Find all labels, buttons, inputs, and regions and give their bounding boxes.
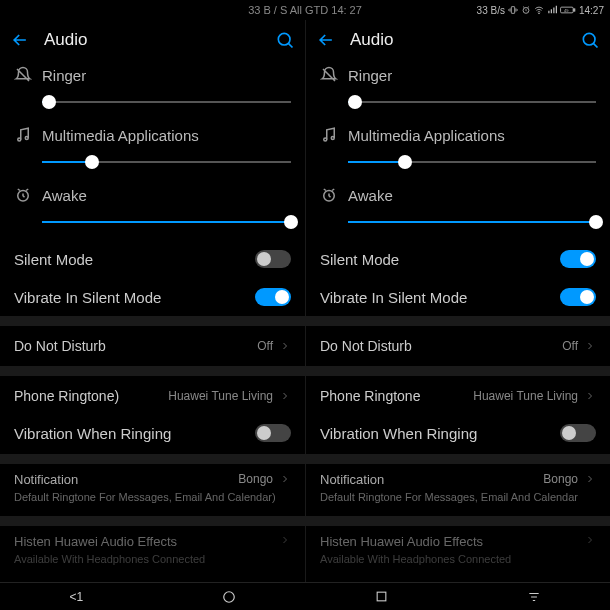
notification-value: Bongo xyxy=(238,472,273,486)
svg-point-2 xyxy=(539,13,540,14)
chevron-right-icon xyxy=(584,534,596,546)
notification-row[interactable]: Bongo Notification Default Ringtone For … xyxy=(0,464,305,516)
nav-back-button[interactable]: <1 xyxy=(67,588,85,606)
chevron-right-icon xyxy=(279,340,291,352)
svg-rect-15 xyxy=(377,592,386,601)
separator xyxy=(306,516,610,526)
separator xyxy=(0,454,305,464)
ringer-slider-row: Ringer xyxy=(306,60,610,120)
svg-text:49: 49 xyxy=(564,8,569,13)
vibrate-icon xyxy=(508,5,518,15)
ringer-slider[interactable] xyxy=(42,94,291,110)
nav-home-button[interactable] xyxy=(220,588,238,606)
dnd-row[interactable]: Do Not Disturb Off xyxy=(0,326,305,366)
page-title: Audio xyxy=(350,30,580,50)
awake-slider[interactable] xyxy=(42,214,291,230)
panel-right: Audio Ringer Multimedia Applications xyxy=(305,20,610,582)
notification-desc: Default Ringtone For Messages, Email And… xyxy=(320,490,596,504)
alarm-clock-icon xyxy=(14,186,32,204)
vibrate-ringing-toggle[interactable] xyxy=(560,424,596,442)
audio-effects-row[interactable]: Histen Huawei Audio Effects Available Wi… xyxy=(306,526,610,578)
awake-slider[interactable] xyxy=(348,214,596,230)
svg-point-6 xyxy=(278,33,290,45)
ringtone-value: Huawei Tune Living xyxy=(473,389,578,403)
silent-mode-label: Silent Mode xyxy=(14,251,255,268)
ringer-slider-row: Ringer xyxy=(0,60,305,120)
multimedia-slider[interactable] xyxy=(348,154,596,170)
svg-point-11 xyxy=(324,138,327,141)
ringtone-label: Phone Ringtone xyxy=(320,388,473,404)
back-arrow-icon[interactable] xyxy=(10,30,30,50)
music-note-icon xyxy=(320,126,338,144)
multimedia-slider[interactable] xyxy=(42,154,291,170)
ringtone-row[interactable]: Phone Ringtone Huawei Tune Living xyxy=(306,376,610,416)
search-icon[interactable] xyxy=(580,30,600,50)
awake-label: Awake xyxy=(42,187,87,204)
alarm-clock-icon xyxy=(320,186,338,204)
battery-icon: 49 xyxy=(560,5,576,15)
back-arrow-icon[interactable] xyxy=(316,30,336,50)
separator xyxy=(0,316,305,326)
svg-rect-4 xyxy=(574,9,575,11)
vibrate-ringing-label: Vibration When Ringing xyxy=(14,425,255,442)
separator xyxy=(306,366,610,376)
dnd-value: Off xyxy=(562,339,578,353)
vibrate-ringing-row[interactable]: Vibration When Ringing xyxy=(0,416,305,454)
ringer-slider[interactable] xyxy=(348,94,596,110)
bell-off-icon xyxy=(14,66,32,84)
ringtone-value: Huawei Tune Living xyxy=(168,389,273,403)
multimedia-slider-row: Multimedia Applications xyxy=(0,120,305,180)
chevron-right-icon xyxy=(584,473,596,485)
silent-mode-row[interactable]: Silent Mode xyxy=(0,240,305,278)
chevron-right-icon xyxy=(279,390,291,402)
status-bar: 33 B / S All GTD 14: 27 33 B/s 49 14:27 xyxy=(0,0,610,20)
bell-off-icon xyxy=(320,66,338,84)
multimedia-label: Multimedia Applications xyxy=(348,127,505,144)
silent-mode-toggle[interactable] xyxy=(255,250,291,268)
silent-mode-row[interactable]: Silent Mode xyxy=(306,240,610,278)
page-title: Audio xyxy=(44,30,275,50)
vibrate-silent-toggle[interactable] xyxy=(560,288,596,306)
vibrate-silent-row[interactable]: Vibrate In Silent Mode xyxy=(0,278,305,316)
separator xyxy=(306,454,610,464)
separator xyxy=(0,366,305,376)
multimedia-slider-row: Multimedia Applications xyxy=(306,120,610,180)
dnd-label: Do Not Disturb xyxy=(14,338,257,354)
music-note-icon xyxy=(14,126,32,144)
vibrate-silent-row[interactable]: Vibrate In Silent Mode xyxy=(306,278,610,316)
silent-mode-label: Silent Mode xyxy=(320,251,560,268)
ringer-label: Ringer xyxy=(42,67,86,84)
svg-point-8 xyxy=(25,137,28,140)
nav-notification-button[interactable] xyxy=(525,588,543,606)
status-center-text: 33 B / S All GTD 14: 27 xyxy=(248,4,362,16)
audio-effects-desc: Available With Headphones Connected xyxy=(14,552,291,566)
svg-point-12 xyxy=(331,137,334,140)
dnd-row[interactable]: Do Not Disturb Off xyxy=(306,326,610,366)
navigation-bar: <1 xyxy=(0,582,610,610)
notification-desc: Default Ringtone For Messages, Email And… xyxy=(14,490,291,504)
vibrate-silent-toggle[interactable] xyxy=(255,288,291,306)
header: Audio xyxy=(306,20,610,60)
silent-mode-toggle[interactable] xyxy=(560,250,596,268)
search-icon[interactable] xyxy=(275,30,295,50)
chevron-right-icon xyxy=(279,534,291,546)
audio-effects-desc: Available With Headphones Connected xyxy=(320,552,596,566)
chevron-right-icon xyxy=(584,390,596,402)
ringtone-row[interactable]: Phone Ringtone) Huawei Tune Living xyxy=(0,376,305,416)
status-right: 33 B/s 49 14:27 xyxy=(477,5,604,16)
ringtone-label: Phone Ringtone) xyxy=(14,388,168,404)
notification-value: Bongo xyxy=(543,472,578,486)
vibrate-ringing-toggle[interactable] xyxy=(255,424,291,442)
notification-row[interactable]: Bongo Notification Default Ringtone For … xyxy=(306,464,610,516)
vibrate-silent-label: Vibrate In Silent Mode xyxy=(14,289,255,306)
panel-left: Audio Ringer Multimedia Applications xyxy=(0,20,305,582)
vibrate-ringing-row[interactable]: Vibration When Ringing xyxy=(306,416,610,454)
audio-effects-row[interactable]: Histen Huawei Audio Effects Available Wi… xyxy=(0,526,305,578)
awake-slider-row: Awake xyxy=(0,180,305,240)
nav-recent-button[interactable] xyxy=(372,588,390,606)
awake-label: Awake xyxy=(348,187,393,204)
header: Audio xyxy=(0,20,305,60)
chevron-right-icon xyxy=(279,473,291,485)
audio-effects-title: Histen Huawei Audio Effects xyxy=(320,534,596,549)
audio-effects-title: Histen Huawei Audio Effects xyxy=(14,534,291,549)
